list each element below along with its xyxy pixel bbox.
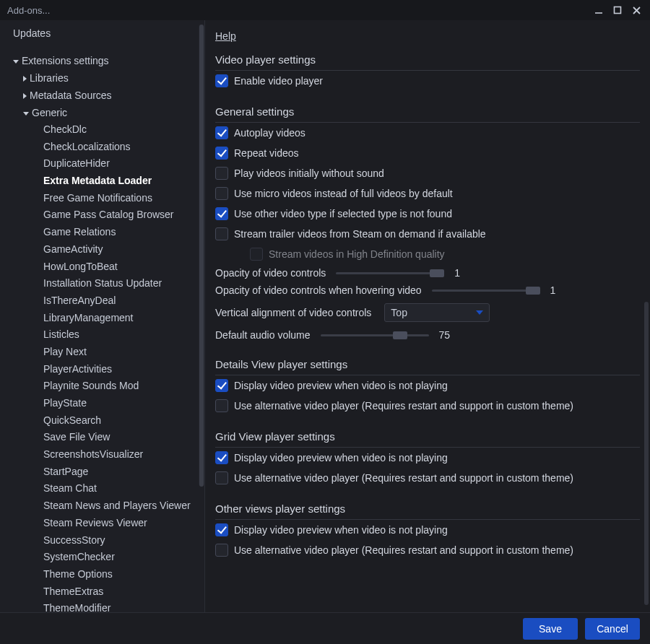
sidebar-item-label: Libraries [30, 72, 69, 84]
section-heading-details: Details View player settings [215, 358, 640, 370]
sidebar-item-generic-entry[interactable]: Theme Options [0, 566, 200, 583]
checkbox-stream-trailer[interactable] [215, 227, 228, 240]
sidebar-item-label: Metadata Sources [30, 90, 112, 101]
sidebar-item-label: Playnite Sounds Mod [43, 380, 139, 391]
window-title: Add-ons... [7, 5, 589, 16]
select-vertical-alignment[interactable]: Top [384, 303, 490, 322]
checkbox-grid-alt-player[interactable] [215, 471, 228, 484]
sidebar-item-generic-entry[interactable]: CheckLocalizations [0, 139, 200, 156]
slider-value: 1 [550, 284, 556, 296]
sidebar-item-generic-entry[interactable]: Listicles [0, 326, 200, 344]
sidebar-item-generic-entry[interactable]: PlayerActivities [0, 361, 200, 378]
checkbox-details-preview[interactable] [215, 379, 228, 392]
checkbox-other-alt-player[interactable] [215, 544, 228, 557]
sidebar-item-label: IsThereAnyDeal [43, 295, 116, 306]
sidebar-item-generic-entry[interactable]: Game Pass Catalog Browser [0, 206, 200, 224]
chevron-down-icon [13, 60, 19, 64]
slider-value: 75 [439, 329, 451, 341]
sidebar-item-generic-entry[interactable]: CheckDlc [0, 121, 200, 139]
slider-opacity-hover[interactable] [432, 285, 540, 295]
slider-value: 1 [454, 267, 460, 279]
checkbox-grid-preview[interactable] [215, 451, 228, 464]
sidebar-item-generic-entry[interactable]: QuickSearch [0, 412, 200, 430]
sidebar-item-generic-entry[interactable]: IsThereAnyDeal [0, 292, 200, 310]
slider-label: Opacity of video controls when hovering … [215, 284, 422, 296]
sidebar-item-label: ThemeExtras [43, 586, 103, 597]
sidebar-item-generic-entry[interactable]: Steam News and Players Viewer [0, 497, 200, 515]
sidebar-item-generic-entry[interactable]: GameActivity [0, 241, 200, 258]
sidebar-item-generic[interactable]: Generic [0, 104, 200, 121]
sidebar-item-libraries[interactable]: Libraries [0, 69, 200, 87]
sidebar-item-generic-entry[interactable]: ThemeExtras [0, 583, 200, 601]
help-link[interactable]: Help [215, 30, 236, 42]
slider-label: Default audio volume [215, 329, 311, 341]
save-button[interactable]: Save [523, 618, 578, 640]
sidebar-item-extensions-settings[interactable]: Extensions settings [0, 52, 200, 69]
sidebar-item-generic-entry[interactable]: Save File View [0, 429, 200, 446]
sidebar-item-generic-entry[interactable]: SuccessStory [0, 532, 200, 549]
sidebar-item-generic-entry[interactable]: Extra Metadata Loader [0, 173, 200, 190]
sidebar-item-generic-entry[interactable]: StartPage [0, 464, 200, 481]
sidebar-item-generic-entry[interactable]: DuplicateHider [0, 155, 200, 173]
sidebar-item-generic-entry[interactable]: Game Relations [0, 224, 200, 241]
sidebar-item-label: HowLongToBeat [43, 261, 118, 272]
checkbox-label: Use other video type if selected type is… [234, 208, 452, 219]
sidebar-item-label: Extra Metadata Loader [43, 175, 152, 186]
section-heading-general: General settings [215, 105, 640, 118]
sidebar-item-label: CheckLocalizations [43, 141, 131, 152]
footer: Save Cancel [0, 612, 650, 644]
checkbox-use-micro[interactable] [215, 187, 228, 200]
cancel-button[interactable]: Cancel [585, 618, 640, 640]
sidebar-item-generic-entry[interactable]: Steam Chat [0, 480, 200, 497]
checkbox-autoplay[interactable] [215, 126, 228, 139]
checkbox-enable-video-player[interactable] [215, 74, 228, 87]
chevron-right-icon [23, 93, 27, 99]
sidebar-item-label: Updates [13, 27, 51, 39]
sidebar-item-generic-entry[interactable]: SystemChecker [0, 549, 200, 566]
sidebar-item-generic-entry[interactable]: Play Next [0, 344, 200, 361]
slider-opacity[interactable] [336, 268, 444, 278]
sidebar-item-generic-entry[interactable]: ThemeModifier [0, 600, 200, 612]
sidebar-item-generic-entry[interactable]: LibraryManagement [0, 310, 200, 327]
checkbox-details-alt-player[interactable] [215, 399, 228, 412]
sidebar-item-generic-entry[interactable]: HowLongToBeat [0, 258, 200, 276]
section-heading-grid: Grid View player settings [215, 430, 640, 443]
sidebar-item-generic-entry[interactable]: PlayState [0, 395, 200, 412]
sidebar-scrollbar[interactable] [199, 25, 204, 487]
sidebar-item-label: PlayerActivities [43, 363, 112, 375]
checkbox-repeat[interactable] [215, 147, 228, 160]
sidebar-item-label: Free Game Notifications [43, 192, 152, 204]
content-scrollbar[interactable] [644, 302, 649, 605]
sidebar-item-label: Play Next [43, 346, 87, 357]
checkbox-label: Enable video player [234, 75, 323, 87]
maximize-icon[interactable] [608, 2, 627, 18]
sidebar-item-updates[interactable]: Updates [0, 25, 200, 42]
sidebar-item-metadata-sources[interactable]: Metadata Sources [0, 87, 200, 104]
sidebar-item-label: Steam Reviews Viewer [43, 517, 147, 528]
checkbox-label: Stream trailer videos from Steam on dema… [234, 228, 486, 240]
sidebar-item-generic-entry[interactable]: Free Game Notifications [0, 190, 200, 207]
sidebar-item-label: Steam News and Players Viewer [43, 500, 191, 511]
sidebar-item-generic-entry[interactable]: Installation Status Updater [0, 275, 200, 292]
sidebar-item-label: Theme Options [43, 568, 113, 580]
slider-volume[interactable] [321, 330, 429, 340]
sidebar-item-label: DuplicateHider [43, 157, 110, 169]
content-panel: Help Video player settings Enable video … [205, 20, 650, 612]
sidebar-item-generic-entry[interactable]: Playnite Sounds Mod [0, 378, 200, 395]
sidebar-item-label: ThemeModifier [43, 602, 110, 612]
minimize-icon[interactable] [589, 2, 608, 18]
sidebar-item-generic-entry[interactable]: Steam Reviews Viewer [0, 515, 200, 532]
slider-label: Opacity of video controls [215, 267, 326, 279]
svg-rect-1 [615, 7, 621, 14]
checkbox-fallback-type[interactable] [215, 207, 228, 220]
select-value: Top [391, 307, 407, 318]
checkbox-other-preview[interactable] [215, 523, 228, 536]
sidebar-item-label: Generic [32, 107, 67, 118]
close-icon[interactable] [627, 2, 646, 18]
select-label: Vertical alignment of video controls [215, 307, 371, 318]
checkbox-play-muted[interactable] [215, 167, 228, 180]
sidebar-item-generic-entry[interactable]: ScreenshotsVisualizer [0, 446, 200, 464]
sidebar-item-label: Extensions settings [22, 55, 109, 66]
checkbox-label: Stream videos in High Definition quality [269, 248, 445, 260]
sidebar-item-label: GameActivity [43, 243, 103, 255]
